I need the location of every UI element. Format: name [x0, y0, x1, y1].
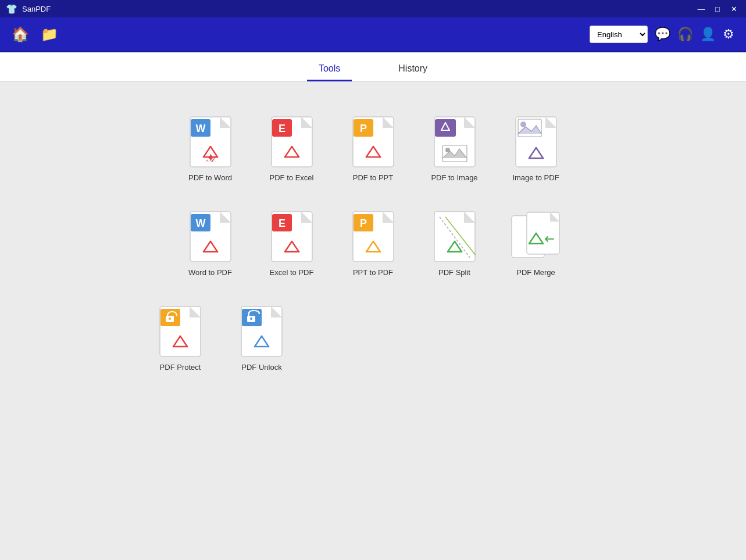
svg-line-7 [210, 147, 217, 157]
title-bar: 👕 SanPDF — □ ✕ [0, 0, 746, 17]
tool-pdf-to-image-label: PDF to Image [431, 173, 477, 182]
title-bar-left: 👕 SanPDF [6, 3, 51, 15]
settings-icon: ⚙ [723, 27, 734, 42]
tool-pdf-to-word-label: PDF to Word [188, 173, 232, 182]
svg-line-80 [180, 336, 187, 347]
svg-line-87 [255, 336, 262, 347]
close-button[interactable]: ✕ [727, 2, 740, 15]
svg-line-6 [204, 147, 210, 157]
tool-pdf-split-label: PDF Split [438, 268, 470, 277]
svg-line-56 [366, 241, 373, 252]
tool-ppt-to-pdf[interactable]: P PPT to PDF [333, 211, 414, 277]
minimize-button[interactable]: — [695, 2, 708, 15]
folder-button[interactable]: 📁 [41, 26, 58, 42]
svg-rect-25 [435, 119, 456, 137]
tool-excel-to-pdf[interactable]: E Excel to PDF [251, 211, 333, 277]
image-to-pdf-icon [515, 116, 557, 167]
ppt-to-pdf-acrobat [352, 211, 394, 262]
home-button[interactable]: 🏠 [12, 26, 29, 42]
tab-tools[interactable]: Tools [307, 58, 352, 81]
tool-pdf-to-image[interactable]: PDF to Image [414, 116, 495, 182]
tool-pdf-to-excel[interactable]: E PDF to Excel [251, 116, 333, 182]
svg-line-57 [373, 241, 380, 252]
tool-pdf-to-ppt-label: PDF to PPT [353, 173, 393, 182]
tabs-bar: Tools History [0, 52, 746, 81]
folder-icon: 📁 [41, 26, 58, 42]
pdf-unlock-acrobat [241, 306, 283, 357]
tool-excel-to-pdf-label: Excel to PDF [270, 268, 314, 277]
user-button[interactable]: 👤 [700, 27, 716, 42]
svg-point-34 [520, 122, 526, 127]
user-icon: 👤 [700, 27, 716, 42]
pdf-to-image-icon [434, 116, 476, 167]
tool-pdf-protect[interactable]: PDF Protect [140, 306, 221, 372]
pdf-to-ppt-acrobat [352, 116, 394, 167]
app-title: SanPDF [22, 5, 51, 13]
svg-line-88 [262, 336, 269, 347]
title-bar-right: — □ ✕ [695, 2, 740, 15]
headset-button[interactable]: 🎧 [677, 27, 693, 42]
svg-line-49 [285, 241, 292, 252]
pdf-merge-icon [511, 211, 562, 262]
main-content: W ✦ 𝒜 PDF to Word [0, 81, 746, 560]
settings-button[interactable]: ⚙ [723, 27, 734, 42]
svg-line-79 [173, 336, 180, 347]
tool-pdf-split[interactable]: PDF Split [414, 211, 495, 277]
tab-history[interactable]: History [387, 58, 439, 81]
tool-word-to-pdf-label: Word to PDF [188, 268, 232, 277]
toolbar-left: 🏠 📁 [12, 26, 58, 42]
maximize-button[interactable]: □ [711, 2, 724, 15]
svg-line-43 [210, 241, 217, 252]
tool-image-to-pdf[interactable]: Image to PDF [495, 116, 577, 182]
tool-pdf-unlock[interactable]: PDF Unlock [221, 306, 302, 372]
chat-icon: 💬 [655, 27, 670, 42]
pdf-to-excel-acrobat [271, 116, 313, 167]
svg-line-14 [292, 147, 299, 157]
home-icon: 🏠 [12, 26, 29, 42]
headset-icon: 🎧 [677, 27, 693, 42]
chat-button[interactable]: 💬 [655, 27, 670, 42]
svg-line-13 [285, 147, 292, 157]
svg-line-20 [366, 147, 373, 157]
tool-pdf-merge[interactable]: PDF Merge [495, 211, 577, 277]
tool-pdf-to-excel-label: PDF to Excel [270, 173, 314, 182]
tool-pdf-to-ppt[interactable]: P PDF to PPT [333, 116, 414, 182]
shirt-icon: 👕 [6, 3, 17, 15]
svg-line-42 [204, 241, 210, 252]
pdf-to-word-acrobat [190, 116, 231, 167]
word-to-pdf-acrobat [190, 211, 231, 262]
tool-pdf-protect-label: PDF Protect [160, 363, 201, 372]
toolbar: 🏠 📁 English Chinese 💬 🎧 👤 ⚙ [0, 17, 746, 52]
tool-pdf-to-word[interactable]: W ✦ 𝒜 PDF to Word [170, 116, 251, 182]
pdf-split-icon [434, 211, 476, 262]
excel-to-pdf-acrobat [271, 211, 313, 262]
tool-ppt-to-pdf-label: PPT to PDF [353, 268, 393, 277]
tool-pdf-merge-label: PDF Merge [516, 268, 555, 277]
toolbar-right: English Chinese 💬 🎧 👤 ⚙ [590, 26, 734, 43]
svg-line-21 [373, 147, 380, 157]
tool-pdf-unlock-label: PDF Unlock [241, 363, 281, 372]
pdf-protect-acrobat [159, 306, 201, 357]
tool-word-to-pdf[interactable]: W Word to PDF [170, 211, 251, 277]
svg-line-50 [292, 241, 299, 252]
tool-image-to-pdf-label: Image to PDF [512, 173, 559, 182]
language-select[interactable]: English Chinese [590, 26, 648, 43]
